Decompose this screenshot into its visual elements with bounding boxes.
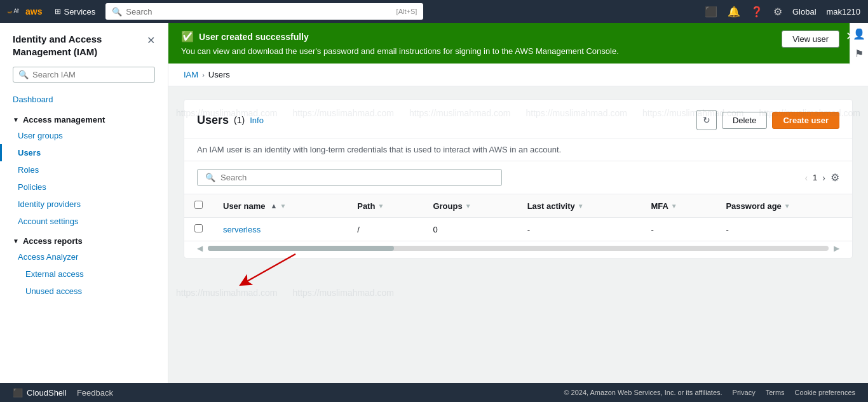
breadcrumb-separator: › bbox=[202, 71, 205, 79]
aws-logo-text: aws bbox=[25, 6, 42, 17]
scroll-left-arrow[interactable]: ◀ bbox=[197, 244, 203, 253]
sort-icon-username[interactable]: ▲ bbox=[270, 202, 277, 210]
users-count: (1) bbox=[234, 115, 245, 125]
banner-description: You can view and download the user's pas… bbox=[181, 46, 774, 56]
sidebar-search-input[interactable] bbox=[32, 70, 149, 79]
table-search-icon: 🔍 bbox=[205, 173, 215, 182]
col-mfa-label: MFA bbox=[651, 201, 668, 211]
banner-body: ✅ User created successfully You can view… bbox=[181, 30, 774, 56]
next-page-button[interactable]: › bbox=[822, 173, 825, 183]
prev-page-button[interactable]: ‹ bbox=[804, 173, 808, 183]
help-icon[interactable]: ❓ bbox=[750, 6, 763, 18]
col-groups: Groups ▼ bbox=[423, 194, 517, 218]
table-scroll-area: ◀ ▶ bbox=[184, 241, 852, 258]
user-menu[interactable]: mak1210 bbox=[827, 7, 860, 17]
terminal-icon[interactable]: ⬛ bbox=[705, 6, 717, 18]
sidebar-item-policies[interactable]: Policies bbox=[0, 178, 168, 196]
create-user-button[interactable]: Create user bbox=[772, 112, 839, 129]
section-arrow-icon: ▼ bbox=[13, 116, 19, 123]
row-path-cell: / bbox=[347, 218, 423, 241]
table-container: User name ▲ ▼ Path ▼ bbox=[184, 194, 852, 258]
breadcrumb-iam-link[interactable]: IAM bbox=[184, 70, 198, 79]
table-header: User name ▲ ▼ Path ▼ bbox=[184, 194, 852, 218]
sidebar-search[interactable]: 🔍 bbox=[0, 63, 168, 90]
scroll-track[interactable] bbox=[208, 246, 829, 251]
page-layout: Identity and Access Management (IAM) ✕ 🔍… bbox=[0, 23, 868, 383]
sidebar-item-user-groups[interactable]: User groups bbox=[0, 127, 168, 144]
right-icon-user[interactable]: 👤 bbox=[853, 28, 865, 40]
view-user-button[interactable]: View user bbox=[782, 30, 839, 48]
refresh-button[interactable]: ↻ bbox=[696, 110, 717, 130]
sidebar-item-roles[interactable]: Roles bbox=[0, 161, 168, 178]
select-all-header bbox=[184, 194, 213, 218]
scroll-right-arrow[interactable]: ▶ bbox=[834, 244, 839, 253]
col-path-label: Path bbox=[357, 201, 375, 211]
filter-icon-username[interactable]: ▼ bbox=[280, 203, 286, 210]
global-search-input[interactable] bbox=[126, 7, 392, 17]
sidebar-item-account-settings[interactable]: Account settings bbox=[0, 213, 168, 230]
row-mfa-cell: - bbox=[641, 218, 715, 241]
row-username-link[interactable]: serverless bbox=[223, 225, 261, 234]
col-username: User name ▲ ▼ bbox=[213, 194, 347, 218]
sidebar-item-users[interactable]: Users bbox=[0, 144, 168, 161]
services-button[interactable]: ⊞ Services bbox=[50, 7, 100, 17]
settings-icon[interactable]: ⚙ bbox=[773, 6, 782, 18]
nav-icons: ⬛ 🔔 ❓ ⚙ Global mak1210 bbox=[705, 6, 860, 18]
section-label: Access management bbox=[23, 115, 105, 124]
success-banner: ✅ User created successfully You can view… bbox=[168, 23, 868, 64]
global-search-bar[interactable]: 🔍 [Alt+S] bbox=[105, 3, 423, 20]
row-checkbox[interactable] bbox=[194, 224, 203, 232]
users-table: User name ▲ ▼ Path ▼ bbox=[184, 194, 852, 241]
filter-icon-last-activity[interactable]: ▼ bbox=[578, 203, 584, 210]
panel-title-text: Users bbox=[197, 114, 229, 127]
table-header-row: User name ▲ ▼ Path ▼ bbox=[184, 194, 852, 218]
banner-actions: View user ✕ bbox=[782, 30, 855, 48]
col-mfa: MFA ▼ bbox=[641, 194, 715, 218]
col-last-activity: Last activity ▼ bbox=[517, 194, 641, 218]
filter-icon-password-age[interactable]: ▼ bbox=[784, 203, 790, 210]
pagination: ‹ 1 › ⚙ bbox=[804, 171, 839, 184]
panel-description: An IAM user is an identity with long-ter… bbox=[184, 138, 852, 161]
filter-icon-groups[interactable]: ▼ bbox=[465, 203, 471, 210]
info-link[interactable]: Info bbox=[250, 116, 264, 125]
sidebar-item-dashboard[interactable]: Dashboard bbox=[0, 90, 168, 109]
table-search-row: 🔍 ‹ 1 › ⚙ bbox=[184, 161, 852, 194]
col-path: Path ▼ bbox=[347, 194, 423, 218]
row-last-activity-cell: - bbox=[517, 218, 641, 241]
delete-button[interactable]: Delete bbox=[722, 112, 768, 129]
top-navigation: aws ⊞ Services 🔍 [Alt+S] ⬛ 🔔 ❓ ⚙ Global … bbox=[0, 0, 868, 23]
users-panel: Users (1) Info ↻ Delete Create user An I… bbox=[184, 99, 853, 258]
right-icon-bookmark[interactable]: ⚑ bbox=[855, 48, 864, 60]
sidebar-item-unused-access[interactable]: Unused access bbox=[0, 283, 168, 300]
section-arrow-icon-2: ▼ bbox=[13, 238, 19, 245]
success-check-icon: ✅ bbox=[181, 30, 194, 43]
sidebar-section-access-management: ▼ Access management bbox=[0, 109, 168, 127]
panel-desc-text: An IAM user is an identity with long-ter… bbox=[197, 145, 561, 154]
sidebar-item-identity-providers[interactable]: Identity providers bbox=[0, 196, 168, 213]
table-search-input[interactable] bbox=[220, 173, 494, 182]
table-settings-icon[interactable]: ⚙ bbox=[831, 171, 839, 184]
sidebar-search-icon: 🔍 bbox=[18, 70, 29, 79]
table-search-container[interactable]: 🔍 bbox=[197, 169, 502, 186]
sidebar-item-external-access[interactable]: External access bbox=[0, 265, 168, 283]
sidebar-navigation: Dashboard ▼ Access management User group… bbox=[0, 90, 168, 305]
row-groups-cell: 0 bbox=[423, 218, 517, 241]
bell-icon[interactable]: 🔔 bbox=[728, 6, 740, 18]
select-all-checkbox[interactable] bbox=[194, 201, 203, 209]
table-body: serverless / 0 - - - bbox=[184, 218, 852, 241]
row-username-cell: serverless bbox=[213, 218, 347, 241]
sidebar-title: Identity and Access Management (IAM) bbox=[13, 33, 147, 58]
sidebar-close-button[interactable]: ✕ bbox=[147, 34, 155, 46]
region-selector[interactable]: Global bbox=[792, 7, 817, 17]
col-password-age: Password age ▼ bbox=[715, 194, 852, 218]
main-content: ✅ User created successfully You can view… bbox=[168, 23, 868, 383]
col-groups-label: Groups bbox=[433, 201, 462, 211]
sidebar-search-container[interactable]: 🔍 bbox=[13, 67, 155, 83]
right-panel-icons: 👤 ⚑ bbox=[850, 23, 868, 65]
scroll-thumb bbox=[208, 246, 394, 251]
filter-icon-path[interactable]: ▼ bbox=[377, 203, 384, 210]
filter-icon-mfa[interactable]: ▼ bbox=[671, 203, 677, 210]
sidebar-item-access-analyzer[interactable]: Access Analyzer bbox=[0, 248, 168, 265]
panel-actions: ↻ Delete Create user bbox=[696, 110, 839, 130]
sidebar-section-access-reports: ▼ Access reports bbox=[0, 230, 168, 248]
